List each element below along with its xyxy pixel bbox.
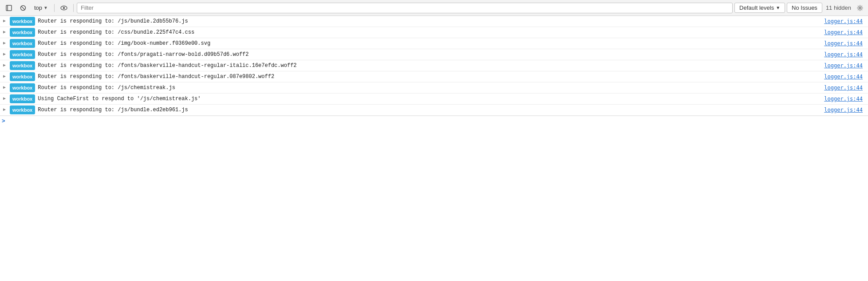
workbox-badge-8: workbox: [10, 105, 35, 114]
log-message-5: Router is responding to: /fonts/baskervi…: [38, 73, 824, 81]
filter-input[interactable]: [77, 3, 733, 13]
log-source-5[interactable]: logger.js:44: [824, 73, 868, 81]
expand-arrow-2[interactable]: ▶: [0, 39, 7, 47]
divider-2: [73, 4, 74, 12]
workbox-badge-1: workbox: [10, 28, 35, 37]
log-message-2: Router is responding to: /img/book-numbe…: [38, 39, 824, 47]
no-issues-label: No Issues: [792, 4, 817, 11]
log-message-4: Router is responding to: /fonts/baskervi…: [38, 62, 824, 70]
prompt-arrow[interactable]: >: [2, 117, 5, 124]
context-arrow: ▼: [43, 5, 48, 10]
log-area: ▶ workbox Router is responding to: /js/b…: [0, 16, 868, 116]
log-source-7[interactable]: logger.js:44: [824, 95, 868, 103]
expand-arrow-5[interactable]: ▶: [0, 73, 7, 81]
log-message-7: Using CacheFirst to respond to '/js/chem…: [38, 95, 824, 103]
log-source-8[interactable]: logger.js:44: [824, 106, 868, 114]
levels-button[interactable]: Default levels ▼: [734, 3, 785, 13]
settings-button[interactable]: [855, 3, 865, 13]
log-row: ▶ workbox Router is responding to: /font…: [0, 71, 868, 82]
log-message-0: Router is responding to: /js/bundle.2db5…: [38, 17, 824, 25]
log-source-3[interactable]: logger.js:44: [824, 51, 868, 59]
workbox-badge-6: workbox: [10, 83, 35, 92]
log-source-0[interactable]: logger.js:44: [824, 17, 868, 25]
log-source-1[interactable]: logger.js:44: [824, 28, 868, 36]
log-message-6: Router is responding to: /js/chemistreak…: [38, 84, 824, 92]
log-message-8: Router is responding to: /js/bundle.ed2e…: [38, 106, 824, 114]
expand-arrow-1[interactable]: ▶: [0, 28, 7, 36]
expand-arrow-7[interactable]: ▶: [0, 95, 7, 103]
log-row: ▶ workbox Using CacheFirst to respond to…: [0, 94, 868, 105]
log-row: ▶ workbox Router is responding to: /js/b…: [0, 105, 868, 116]
levels-arrow: ▼: [776, 5, 780, 10]
log-source-4[interactable]: logger.js:44: [824, 62, 868, 70]
log-row: ▶ workbox Router is responding to: /js/b…: [0, 16, 868, 27]
svg-rect-0: [6, 5, 12, 11]
workbox-badge-0: workbox: [10, 17, 35, 26]
workbox-badge-3: workbox: [10, 50, 35, 59]
divider-1: [54, 4, 55, 12]
block-button[interactable]: [17, 3, 29, 13]
eye-button[interactable]: [58, 3, 70, 13]
prompt-row: >: [0, 116, 868, 125]
toolbar: top ▼ Default levels ▼ No Issues 11 hidd…: [0, 0, 868, 16]
log-source-6[interactable]: logger.js:44: [824, 84, 868, 92]
log-message-1: Router is responding to: /css/bundle.225…: [38, 28, 824, 36]
svg-line-3: [21, 6, 25, 10]
expand-arrow-0[interactable]: ▶: [0, 17, 7, 25]
log-row: ▶ workbox Router is responding to: /font…: [0, 60, 868, 71]
context-label: top: [34, 4, 42, 11]
expand-arrow-6[interactable]: ▶: [0, 84, 7, 92]
hidden-count: 11 hidden: [824, 4, 853, 11]
log-row: ▶ workbox Router is responding to: /img/…: [0, 38, 868, 49]
no-issues-button[interactable]: No Issues: [787, 3, 822, 13]
expand-arrow-8[interactable]: ▶: [0, 106, 7, 114]
log-row: ▶ workbox Router is responding to: /css/…: [0, 27, 868, 38]
workbox-badge-7: workbox: [10, 94, 35, 103]
log-row: ▶ workbox Router is responding to: /js/c…: [0, 82, 868, 94]
expand-arrow-4[interactable]: ▶: [0, 62, 7, 70]
log-message-3: Router is responding to: /fonts/pragati-…: [38, 51, 824, 59]
workbox-badge-4: workbox: [10, 61, 35, 70]
levels-label: Default levels: [739, 4, 774, 11]
log-row: ▶ workbox Router is responding to: /font…: [0, 49, 868, 60]
svg-point-6: [859, 7, 861, 9]
svg-point-5: [63, 7, 65, 8]
context-selector[interactable]: top ▼: [31, 3, 51, 12]
workbox-badge-5: workbox: [10, 72, 35, 81]
panel-toggle-button[interactable]: [3, 3, 15, 13]
workbox-badge-2: workbox: [10, 39, 35, 48]
log-source-2[interactable]: logger.js:44: [824, 39, 868, 47]
expand-arrow-3[interactable]: ▶: [0, 51, 7, 59]
